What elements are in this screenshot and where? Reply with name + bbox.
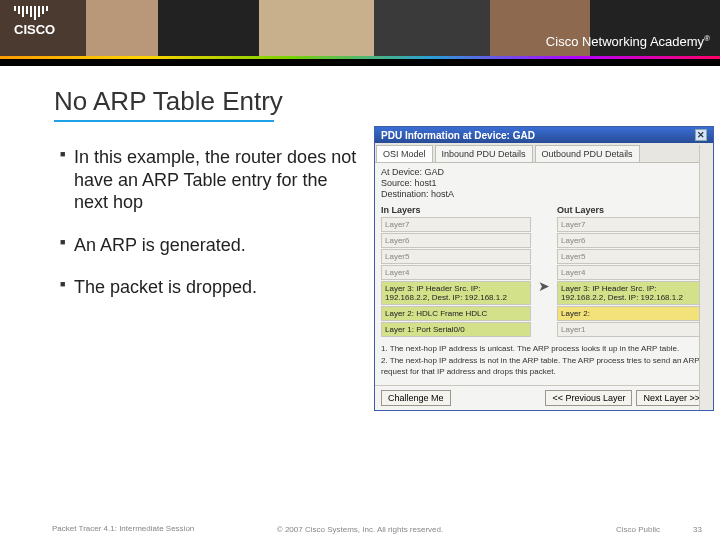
cisco-logo-text: CISCO [14, 22, 55, 37]
note-2: 2. The next-hop IP address is not in the… [381, 356, 707, 377]
pdu-body: At Device: GAD Source: host1 Destination… [375, 163, 713, 385]
meta-source: Source: host1 [381, 178, 707, 188]
slide-banner: CISCO Cisco Networking Academy® [0, 0, 720, 66]
trademark-symbol: ® [704, 34, 710, 43]
out-layer-1[interactable]: Layer1 [557, 322, 707, 337]
tab-osi-model[interactable]: OSI Model [376, 145, 433, 162]
out-layer-5[interactable]: Layer5 [557, 249, 707, 264]
cisco-logo: CISCO [14, 6, 55, 37]
out-layers-label: Out Layers [557, 205, 707, 215]
out-layer-4[interactable]: Layer4 [557, 265, 707, 280]
in-layers-label: In Layers [381, 205, 531, 215]
in-layer-4[interactable]: Layer4 [381, 265, 531, 280]
academy-label: Cisco Networking Academy® [546, 34, 710, 49]
bullet-item: The packet is dropped. [60, 276, 360, 299]
pdu-window: PDU Information at Device: GAD ✕ OSI Mod… [374, 126, 714, 411]
in-layer-5[interactable]: Layer5 [381, 249, 531, 264]
out-layer-6[interactable]: Layer6 [557, 233, 707, 248]
pdu-title-text: PDU Information at Device: GAD [381, 130, 535, 141]
challenge-button[interactable]: Challenge Me [381, 390, 451, 406]
in-layers-col: In Layers Layer7 Layer6 Layer5 Layer4 La… [381, 205, 531, 338]
pdu-meta: At Device: GAD Source: host1 Destination… [381, 167, 707, 199]
pdu-notes: 1. The next-hop IP address is unicast. T… [381, 344, 707, 377]
slide-number: 33 [693, 525, 702, 534]
meta-device: At Device: GAD [381, 167, 707, 177]
slide-footer: Packet Tracer 4.1: Intermediate Session … [0, 518, 720, 540]
in-layer-6[interactable]: Layer6 [381, 233, 531, 248]
bullet-item: An ARP is generated. [60, 234, 360, 257]
in-layer-7[interactable]: Layer7 [381, 217, 531, 232]
note-1: 1. The next-hop IP address is unicast. T… [381, 344, 707, 354]
in-layer-1[interactable]: Layer 1: Port Serial0/0 [381, 322, 531, 337]
out-layers-col: Out Layers Layer7 Layer6 Layer5 Layer4 L… [557, 205, 707, 338]
title-underline [54, 120, 274, 122]
pdu-footer: Challenge Me << Previous Layer Next Laye… [375, 385, 713, 410]
meta-dest: Destination: hostA [381, 189, 707, 199]
prev-layer-button[interactable]: << Previous Layer [545, 390, 632, 406]
tab-inbound[interactable]: Inbound PDU Details [435, 145, 533, 162]
scrollbar[interactable] [699, 145, 713, 410]
slide-title: No ARP Table Entry [54, 86, 283, 117]
footer-copyright: © 2007 Cisco Systems, Inc. All rights re… [0, 525, 720, 534]
tab-outbound[interactable]: Outbound PDU Details [535, 145, 640, 162]
close-icon[interactable]: ✕ [695, 129, 707, 141]
banner-bottom-bar [0, 59, 720, 66]
cisco-logo-bars [14, 6, 55, 20]
pdu-tabs: OSI Model Inbound PDU Details Outbound P… [375, 143, 713, 163]
footer-public: Cisco Public [616, 525, 660, 534]
in-layer-3[interactable]: Layer 3: IP Header Src. IP: 192.168.2.2,… [381, 281, 531, 305]
out-layer-2[interactable]: Layer 2: [557, 306, 707, 321]
out-layer-7[interactable]: Layer7 [557, 217, 707, 232]
arrow-icon: ➤ [537, 205, 551, 338]
pdu-titlebar: PDU Information at Device: GAD ✕ [375, 127, 713, 143]
in-layer-2[interactable]: Layer 2: HDLC Frame HDLC [381, 306, 531, 321]
bullet-item: In this example, the router does not hav… [60, 146, 360, 214]
next-layer-button[interactable]: Next Layer >> [636, 390, 707, 406]
layers-container: In Layers Layer7 Layer6 Layer5 Layer4 La… [381, 205, 707, 338]
bullet-list: In this example, the router does not hav… [60, 146, 360, 319]
out-layer-3[interactable]: Layer 3: IP Header Src. IP: 192.168.2.2,… [557, 281, 707, 305]
academy-text: Cisco Networking Academy [546, 34, 704, 49]
